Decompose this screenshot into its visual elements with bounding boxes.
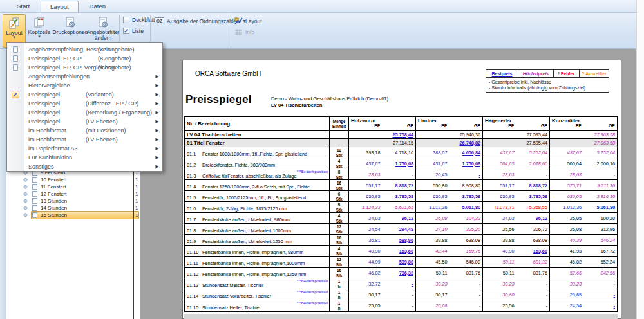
ep-value: 27,10 [416,226,450,232]
position-number: 01.1 [187,151,202,157]
ep-value: 630,93 [349,194,383,199]
position-description: ***Bedarfsposition01.3Griffolive fürFens… [185,169,330,179]
checkbox-unchecked-icon[interactable] [123,17,129,23]
layout-edit-label: Layout [245,18,262,24]
menu-item[interactable]: Angebotsempfehlung, Bestpreis(32 Angebot… [7,45,162,54]
menu-item[interactable]: Angebotsempfehlungen▶ [7,72,162,81]
tree-item-value: 1 [135,212,138,218]
tree-item-value: 1 [135,205,138,211]
position-number: 01.8 [187,228,202,233]
project-subtitle: Demo - Wohn- und Geschäftshaus Fröhlich … [271,96,388,102]
bidder-name: Kunzmüller [550,117,617,123]
menu-item-count: (8 Angebote) [98,55,131,62]
checkbox-checked-icon[interactable]: ✓ [123,28,129,34]
position-row: 01.11Fensterbänke innen, Fichte, imprägn… [185,257,617,268]
expander-icon[interactable] [23,178,28,182]
ep-value: 40,90 [483,248,516,254]
ep-value: 504,65 [483,161,516,167]
druckoptionen-button-label: Druckoptionen [53,30,88,35]
tree-item[interactable]: 11 Fenstert1 [0,183,140,190]
ep-value: 45,50 [416,259,450,265]
gp-value: - [583,292,617,298]
menu-item[interactable]: Sonstiges▶ [7,162,162,171]
expander-icon[interactable] [23,192,28,196]
position-description: 01.9Fensterbänke außen, LM-eloxiert,1250… [185,235,330,245]
gp-value: 4.656,84 [450,150,483,156]
menu-item[interactable]: im Hochformat(mit Positionen)▶ [7,126,162,135]
tree-item[interactable]: 15 Stunden1 [0,212,140,219]
ep-value: 36,81 [349,237,383,243]
layout-icon [8,16,21,30]
bidder-column-header-4: KunzmüllerEPGP [550,117,617,130]
ep-value: 30,68 [483,292,516,298]
tree-item-label: 14 Stunden [41,205,67,211]
liste-checkbox[interactable]: ✓ Liste [123,28,144,34]
gp-value: 1.750,68 [383,161,416,167]
expander-icon[interactable] [23,206,28,210]
bidder-column-header-3: HagenederEPGP [483,117,550,130]
ep-value: 46,02 [550,259,583,265]
tree-item-label: 13 Stunden [41,198,67,204]
menu-item[interactable]: Preisspiegel(Differenz - EP / GP)▶ [7,99,162,108]
menu-item[interactable]: Bietervergleiche▶ [7,81,162,90]
lv-subtitle: LV 04 Tischlerarbeiten [271,102,322,108]
submenu-arrow-icon: ▶ [156,164,159,169]
document-icon [7,46,24,53]
expander-icon[interactable] [23,199,28,203]
menu-item-label: im Hochformat [28,136,66,143]
menu-item[interactable]: Preisspiegel(Bemerkung / Ergänzung)▶ [7,108,162,117]
document-icon [32,177,37,183]
menu-item[interactable]: Preisspiegel, EP, GP(8 Angebote) [7,54,162,63]
gp-value: 96,12 [383,215,416,221]
legend-err: ! Fehler [554,70,580,77]
tab-layout[interactable]: Layout [41,1,79,12]
gp-total-value: 25.758,44 [383,132,416,138]
ribbon-tab-bar: Start Layout Daten [0,0,636,13]
tree-item[interactable]: 10 Fenstert1 [0,176,140,183]
gp-value: - [450,292,483,298]
position-text: Fensterbänke innen, Fichte, imprägniert,… [202,250,303,255]
summary-label: 01 Titel Fenster [185,139,330,147]
submenu-arrow-icon: ▶ [156,110,159,115]
position-text: Fensterbänke innen, Fichte, imprägniert,… [202,260,305,266]
position-row: ***Bedarfsposition01.3Griffolive fürFens… [185,169,617,180]
menu-item[interactable]: Preisspiegel, EP, GP, Vergleichs%(8 Ange… [7,63,162,72]
position-quantity: 4Stk [330,158,349,169]
menu-item[interactable]: im Hochformat(LV-Ebenen)▶ [7,135,162,144]
gp-column-header: GP [383,123,416,128]
tree-item-value: 1 [135,191,138,197]
gp-value: - [583,281,617,287]
tab-daten[interactable]: Daten [80,1,115,12]
menu-item[interactable]: ✓Preisspiegel(Varianten)▶ [7,90,162,99]
gp-value: - [516,172,550,178]
layout-dropdown-menu: Angebotsempfehlung, Bestpreis(32 Angebot… [6,42,163,172]
gp-value: 100,20 [583,215,617,221]
bedarfsposition-note: ***Bedarfsposition [297,170,328,174]
menu-item[interactable]: im Papierformat A3▶ [7,144,162,153]
position-description: 01.1Fenster 1000/1000mm, 1fl.,Fichte, Sp… [185,147,330,158]
position-number: 01.15 [187,305,202,311]
position-text: Dreieckfenster, Fichte, 980/980mm [202,162,275,168]
position-text: Fenstertür, 2-flüg, Fichte, 1875/2125 mm [202,206,287,212]
info-label: Info [245,29,254,35]
gp-value: 4.718,16 [383,150,416,156]
legend-high: Höchstpreis [518,70,554,77]
gp-value: 638,08 [516,237,550,243]
legend-box: BestpreisHöchstpreis! Fehler? Ausreißer … [486,69,609,93]
gp-value: 294,48 [383,226,416,232]
menu-item[interactable]: Preisspiegel(LV-Ebenen)▶ [7,117,162,126]
menu-item[interactable]: Für Suchfunktion▶ [7,153,162,162]
tab-start[interactable]: Start [8,1,39,12]
info-button[interactable]: Info [234,28,254,36]
expander-icon[interactable] [23,185,28,189]
tree-item[interactable]: 13 Stunden1 [0,197,140,205]
ep-column-header: EP [349,123,383,128]
layout-edit-button[interactable]: Layout [234,17,262,25]
tree-item[interactable]: 12 Fenstert1 [0,190,140,197]
expander-icon[interactable] [23,213,28,217]
bidder-name: Lindner [416,117,482,123]
ep-value: 39,88 [416,237,450,243]
position-number: 01.6 [187,206,202,212]
position-text: Stundensatz Helfer, Tischler [202,305,261,311]
ausgabe-ordnungszahlen-button[interactable]: OZ Ausgabe der Ordnungszahlen ▼ [155,17,247,24]
